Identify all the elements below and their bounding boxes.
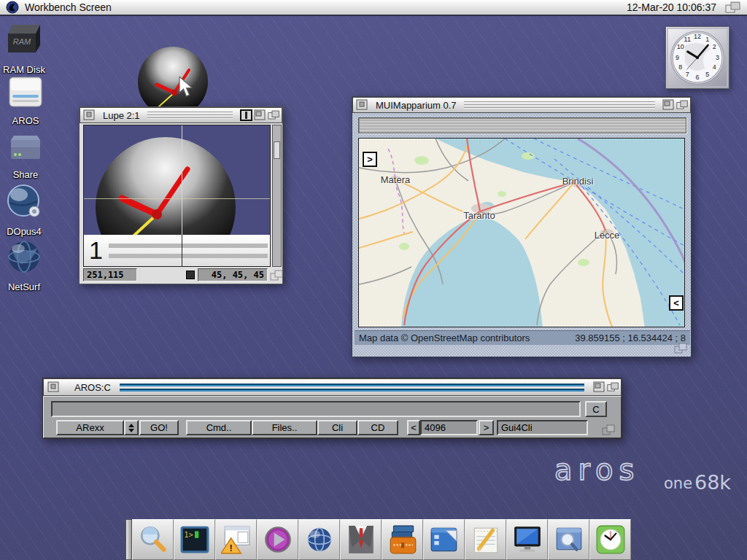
mapparium-window: MUIMapparium 0.7	[352, 96, 692, 357]
mapparium-toolbar-strip[interactable]	[358, 117, 686, 133]
snapshot-window-icon	[429, 524, 460, 555]
shell-active-stripes	[120, 383, 584, 392]
dock-item-magnifier[interactable]	[132, 519, 174, 560]
lupe-freeze-gadget[interactable]	[240, 109, 252, 121]
zoom-gadget-icon[interactable]	[662, 99, 675, 111]
command-input[interactable]	[51, 401, 581, 417]
window-magnifier-icon	[554, 524, 584, 555]
map-sidebar-close-button[interactable]: <	[669, 295, 684, 311]
lupe-magnified-view[interactable]: 1	[83, 125, 271, 267]
lupe-draglines	[147, 112, 233, 120]
map-city-label: Lecce	[595, 230, 620, 241]
analog-clock: 12 1 2 3 4 5 6 7 8 9 10 11	[666, 27, 729, 88]
updown-arrows-icon	[128, 424, 135, 432]
svg-text:6: 6	[695, 74, 699, 81]
svg-text:1: 1	[705, 36, 709, 43]
dopus4-sphere-icon	[4, 182, 44, 220]
dock-item-viewer[interactable]	[548, 519, 589, 560]
warning-window-icon: !	[221, 524, 252, 555]
osm-map	[359, 139, 685, 327]
dock-item-snapshot[interactable]	[423, 519, 465, 560]
screen-title: Workbench Screen	[25, 1, 112, 13]
clock-icon	[595, 524, 626, 555]
zoom-gadget-icon[interactable]	[593, 381, 605, 393]
screen-titlebar[interactable]: Workbench Screen 12-Mar-20 10:06:37	[0, 0, 747, 16]
map-city-label: Brindisi	[562, 176, 594, 187]
clock-datetime: 12-Mar-20 10:06:37	[627, 1, 716, 13]
dock-item-editor[interactable]	[465, 519, 506, 560]
depth-gadget-icon[interactable]	[607, 381, 619, 393]
magnifier-icon	[138, 524, 169, 555]
cmd-button[interactable]: Cmd..	[186, 420, 252, 435]
dock-item-clock[interactable]	[589, 519, 631, 560]
cli-button[interactable]: Cli	[317, 420, 357, 435]
lupe-title: Lupe 2:1	[103, 110, 140, 121]
close-gadget-icon[interactable]	[356, 99, 368, 111]
dock-item-suit[interactable]	[340, 519, 382, 560]
resize-gadget-icon[interactable]	[602, 424, 615, 436]
svg-text:7: 7	[686, 71, 689, 78]
aros-logo-icon	[6, 1, 19, 14]
aros-disk-icon	[7, 74, 44, 109]
svg-text:8: 8	[678, 63, 682, 71]
lupe-magnified-digit: 1	[89, 236, 103, 265]
lupe-vertical-scrollbar[interactable]	[272, 125, 282, 267]
depth-gadget-icon[interactable]	[268, 109, 280, 121]
resize-gadget-icon[interactable]	[270, 270, 283, 281]
mouse-pointer	[179, 77, 195, 98]
svg-text:!: !	[229, 543, 232, 553]
mapparium-statusbar: Map data © OpenStreetMap contributors 39…	[355, 330, 690, 345]
lupe-titlebar[interactable]: Lupe 2:1	[80, 107, 282, 123]
shell-body: C ARexx GO! Cmd.. Files.. Cli CD < 4096 …	[43, 396, 622, 438]
mapparium-titlebar[interactable]: MUIMapparium 0.7	[352, 97, 691, 113]
dock-item-requester[interactable]: !	[215, 519, 257, 560]
workbench-desktop: Workbench Screen 12-Mar-20 10:06:37 RAM …	[0, 0, 747, 560]
close-gadget-icon[interactable]	[47, 381, 60, 393]
desktop-icon-label: Share	[1, 169, 50, 180]
arexx-cycle-gadget[interactable]	[124, 420, 139, 435]
dock-item-archiver[interactable]	[382, 519, 423, 560]
dock-handle[interactable]	[125, 519, 132, 560]
desktop-icon-ram-disk[interactable]: RAM RAM Disk	[0, 20, 48, 75]
svg-text:11: 11	[684, 36, 691, 43]
monitor-icon	[512, 524, 543, 555]
amidock: 1> !	[125, 519, 631, 560]
map-attribution: Map data © OpenStreetMap contributors	[359, 332, 530, 343]
shell-titlebar[interactable]: AROS:C	[43, 378, 622, 396]
desktop-icon-aros[interactable]: AROS	[1, 74, 50, 126]
map-sidebar-open-button[interactable]: >	[363, 152, 377, 167]
dock-item-monitor[interactable]	[506, 519, 548, 560]
resize-gadget-icon[interactable]	[674, 343, 687, 354]
dock-item-player[interactable]	[257, 519, 298, 560]
screen-depth-gadget[interactable]	[725, 1, 741, 14]
play-button-icon	[263, 524, 293, 555]
svg-text:RAM: RAM	[13, 37, 31, 46]
zoom-gadget-icon[interactable]	[254, 109, 266, 121]
close-gadget-icon[interactable]	[83, 109, 96, 121]
arexx-select[interactable]: ARexx	[56, 420, 124, 435]
desktop-icon-dopus4[interactable]: DOpus4	[0, 182, 48, 237]
stack-input[interactable]: 4096	[420, 420, 478, 435]
map-view[interactable]: Matera Taranto Brindisi Lecce > <	[358, 138, 685, 327]
go-button[interactable]: GO!	[139, 420, 179, 435]
dock-item-globe[interactable]	[298, 519, 340, 560]
ram-disk-icon: RAM	[4, 20, 44, 58]
desktop-icon-netsurf[interactable]: NetSurf	[0, 239, 48, 292]
script-input[interactable]: Gui4Cli	[497, 420, 588, 435]
depth-gadget-icon[interactable]	[676, 99, 689, 111]
lupe-window: Lupe 2:1	[79, 106, 283, 284]
desktop-icon-label: RAM Disk	[0, 64, 48, 75]
map-city-label: Matera	[381, 174, 410, 185]
desktop-icon-share[interactable]: Share	[1, 130, 50, 180]
lupe-magnified-titlebar: 1	[84, 235, 271, 267]
clock-widget-window[interactable]: 12 1 2 3 4 5 6 7 8 9 10 11	[665, 26, 729, 89]
cd-button[interactable]: CD	[357, 420, 398, 435]
dock-item-shell[interactable]: 1>	[174, 519, 215, 560]
files-button[interactable]: Files..	[252, 420, 317, 435]
lupe-statusbar: 251,115 45, 45, 45	[80, 268, 284, 283]
lupe-scrollbar-knob[interactable]	[274, 141, 280, 159]
stack-increase-button[interactable]: >	[479, 420, 494, 435]
clear-button[interactable]: C	[585, 401, 607, 417]
stack-decrease-button[interactable]: <	[407, 420, 420, 435]
svg-text:2: 2	[713, 43, 716, 50]
